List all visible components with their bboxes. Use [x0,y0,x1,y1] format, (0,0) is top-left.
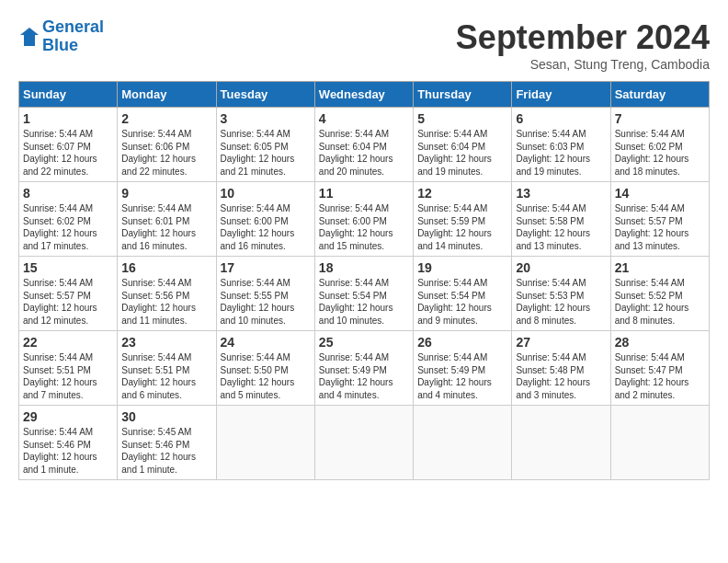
table-row [512,406,610,480]
table-row: 20Sunrise: 5:44 AMSunset: 5:53 PMDayligh… [512,257,610,331]
table-row: 19Sunrise: 5:44 AMSunset: 5:54 PMDayligh… [414,257,512,331]
table-row: 10Sunrise: 5:44 AMSunset: 6:00 PMDayligh… [216,182,314,257]
table-row: 17Sunrise: 5:44 AMSunset: 5:55 PMDayligh… [216,257,314,331]
col-saturday: Saturday [610,82,709,108]
svg-marker-0 [20,28,39,46]
table-row [610,406,709,480]
table-row: 22Sunrise: 5:44 AMSunset: 5:51 PMDayligh… [19,331,118,406]
calendar-week-3: 15Sunrise: 5:44 AMSunset: 5:57 PMDayligh… [19,257,710,331]
calendar-table: Sunday Monday Tuesday Wednesday Thursday… [18,81,710,480]
table-row: 5Sunrise: 5:44 AMSunset: 6:04 PMDaylight… [414,108,512,182]
table-row [314,406,413,480]
table-row: 11Sunrise: 5:44 AMSunset: 6:00 PMDayligh… [314,182,413,257]
table-row: 4Sunrise: 5:44 AMSunset: 6:04 PMDaylight… [314,108,413,182]
table-row: 27Sunrise: 5:44 AMSunset: 5:48 PMDayligh… [512,331,610,406]
header: General Blue September 2024 Sesan, Stung… [18,18,710,72]
table-row: 7Sunrise: 5:44 AMSunset: 6:02 PMDaylight… [610,108,709,182]
calendar-body: 1Sunrise: 5:44 AMSunset: 6:07 PMDaylight… [19,108,710,480]
table-row: 14Sunrise: 5:44 AMSunset: 5:57 PMDayligh… [610,182,709,257]
table-row: 8Sunrise: 5:44 AMSunset: 6:02 PMDaylight… [19,182,118,257]
table-row [216,406,314,480]
calendar-week-1: 1Sunrise: 5:44 AMSunset: 6:07 PMDaylight… [19,108,710,182]
col-sunday: Sunday [19,82,118,108]
col-thursday: Thursday [414,82,512,108]
table-row: 18Sunrise: 5:44 AMSunset: 5:54 PMDayligh… [314,257,413,331]
table-row: 25Sunrise: 5:44 AMSunset: 5:49 PMDayligh… [314,331,413,406]
logo-text: General Blue [42,18,104,55]
table-row: 23Sunrise: 5:44 AMSunset: 5:51 PMDayligh… [118,331,216,406]
calendar-subtitle: Sesan, Stung Treng, Cambodia [456,57,710,72]
calendar-header-row: Sunday Monday Tuesday Wednesday Thursday… [19,82,710,108]
col-wednesday: Wednesday [314,82,413,108]
calendar-title: September 2024 [456,18,710,57]
table-row: 21Sunrise: 5:44 AMSunset: 5:52 PMDayligh… [610,257,709,331]
table-row: 6Sunrise: 5:44 AMSunset: 6:03 PMDaylight… [512,108,610,182]
table-row: 13Sunrise: 5:44 AMSunset: 5:58 PMDayligh… [512,182,610,257]
table-row: 28Sunrise: 5:44 AMSunset: 5:47 PMDayligh… [610,331,709,406]
col-tuesday: Tuesday [216,82,314,108]
calendar-week-2: 8Sunrise: 5:44 AMSunset: 6:02 PMDaylight… [19,182,710,257]
table-row: 26Sunrise: 5:44 AMSunset: 5:49 PMDayligh… [414,331,512,406]
calendar-week-5: 29Sunrise: 5:44 AMSunset: 5:46 PMDayligh… [19,406,710,480]
table-row: 30Sunrise: 5:45 AMSunset: 5:46 PMDayligh… [118,406,216,480]
table-row [414,406,512,480]
calendar-week-4: 22Sunrise: 5:44 AMSunset: 5:51 PMDayligh… [19,331,710,406]
logo-icon [18,26,40,48]
table-row: 2Sunrise: 5:44 AMSunset: 6:06 PMDaylight… [118,108,216,182]
table-row: 12Sunrise: 5:44 AMSunset: 5:59 PMDayligh… [414,182,512,257]
table-row: 29Sunrise: 5:44 AMSunset: 5:46 PMDayligh… [19,406,118,480]
col-friday: Friday [512,82,610,108]
col-monday: Monday [118,82,216,108]
table-row: 24Sunrise: 5:44 AMSunset: 5:50 PMDayligh… [216,331,314,406]
logo: General Blue [18,18,104,55]
table-row: 16Sunrise: 5:44 AMSunset: 5:56 PMDayligh… [118,257,216,331]
table-row: 3Sunrise: 5:44 AMSunset: 6:05 PMDaylight… [216,108,314,182]
table-row: 1Sunrise: 5:44 AMSunset: 6:07 PMDaylight… [19,108,118,182]
table-row: 9Sunrise: 5:44 AMSunset: 6:01 PMDaylight… [118,182,216,257]
table-row: 15Sunrise: 5:44 AMSunset: 5:57 PMDayligh… [19,257,118,331]
title-area: September 2024 Sesan, Stung Treng, Cambo… [456,18,710,72]
